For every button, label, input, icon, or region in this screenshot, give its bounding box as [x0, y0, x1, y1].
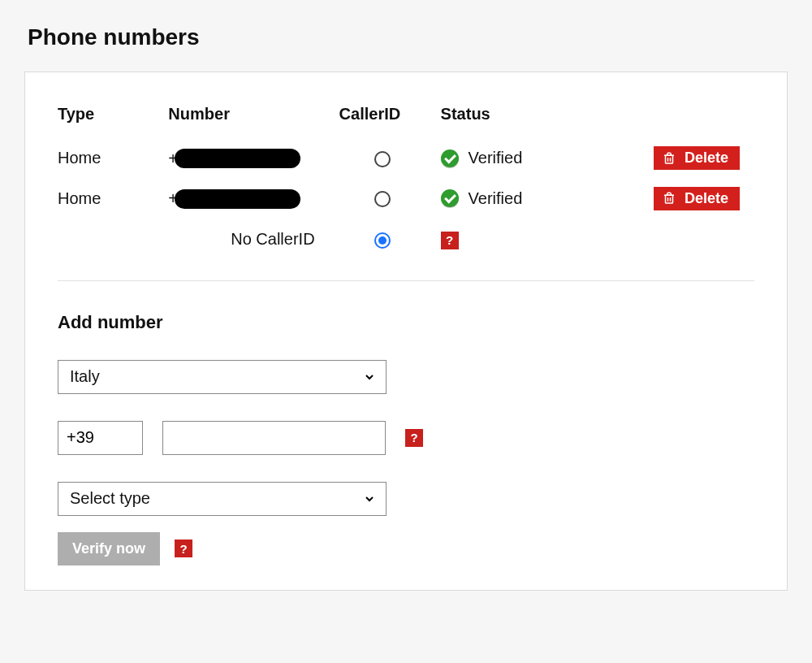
prefix-input[interactable] [58, 421, 143, 455]
delete-button[interactable]: Delete [654, 187, 740, 210]
status-text: Verified [469, 189, 523, 208]
phone-numbers-card: Type Number CallerID Status Home + [24, 72, 788, 591]
help-icon[interactable]: ? [175, 540, 192, 557]
svg-rect-1 [665, 195, 672, 203]
table-row: Home + Verified [58, 179, 754, 219]
prefix-number-label: PrefixNumber [59, 402, 754, 416]
cell-type: Home [58, 179, 168, 219]
type-select[interactable]: Select type [58, 482, 387, 516]
callerid-radio[interactable] [374, 151, 391, 167]
chevron-down-icon [363, 492, 376, 505]
cell-type: Home [58, 138, 168, 179]
chevron-down-icon [363, 370, 376, 384]
cell-number: + [168, 138, 339, 179]
delete-label: Delete [685, 190, 728, 207]
trash-icon [662, 190, 676, 206]
col-header-callerid: CallerID [339, 105, 441, 138]
verified-check-icon [441, 150, 459, 167]
delete-label: Delete [685, 150, 728, 167]
redaction-mark [175, 149, 300, 168]
redaction-mark [175, 189, 300, 209]
section-divider [58, 280, 754, 281]
number-input[interactable] [162, 421, 386, 455]
col-header-type: Type [58, 105, 168, 138]
add-number-section: Add number Country Italy PrefixNumber ? … [58, 312, 754, 566]
verify-now-button[interactable]: Verify now [58, 532, 160, 566]
type-label: Type [59, 463, 754, 477]
phone-numbers-table: Type Number CallerID Status Home + [58, 105, 754, 258]
status-text: Verified [469, 149, 523, 167]
no-callerid-row: No CallerID ? [58, 219, 754, 258]
col-header-number: Number [168, 105, 339, 138]
no-callerid-label: No CallerID [168, 219, 339, 258]
page-title: Phone numbers [28, 24, 788, 50]
no-callerid-radio[interactable] [374, 232, 391, 249]
cell-number: + [168, 179, 339, 219]
callerid-radio[interactable] [374, 191, 391, 207]
delete-button[interactable]: Delete [654, 146, 740, 170]
table-row: Home + Verified [58, 138, 754, 179]
col-header-status: Status [441, 105, 607, 138]
add-number-heading: Add number [58, 312, 754, 333]
trash-icon [662, 150, 676, 167]
country-select[interactable]: Italy [58, 360, 387, 394]
help-icon[interactable]: ? [441, 232, 459, 249]
type-select-value: Select type [70, 489, 150, 508]
country-select-value: Italy [70, 367, 100, 386]
country-label: Country [59, 341, 754, 355]
svg-rect-0 [665, 155, 672, 163]
verified-check-icon [441, 189, 459, 207]
help-icon[interactable]: ? [405, 429, 423, 447]
